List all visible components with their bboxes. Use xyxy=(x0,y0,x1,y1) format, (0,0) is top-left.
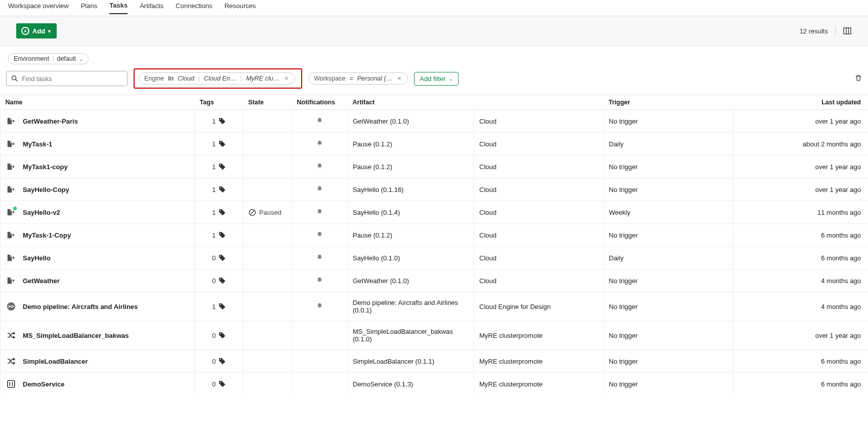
bell-icon xyxy=(316,209,323,216)
table-row[interactable]: MyTask-1 1 Pause (0.1.2) Cloud Daily abo… xyxy=(1,133,869,155)
updated-cell: 4 months ago xyxy=(733,292,869,321)
bell-icon xyxy=(316,231,323,239)
tab-tasks[interactable]: Tasks xyxy=(109,2,128,14)
search-box[interactable] xyxy=(6,71,128,86)
artifact-cell: MS_SimpleLoadBalancer_bakwas (0.1.0) xyxy=(348,321,474,350)
updated-cell: over 1 year ago xyxy=(733,155,869,178)
updated-cell: 11 months ago xyxy=(733,201,869,224)
table-row[interactable]: SimpleLoadBalancer 0 SimpleLoadBalancer … xyxy=(1,350,869,373)
table-row[interactable]: SayHello-Copy 1 SayHello (0.1.16) Cloud … xyxy=(1,178,869,201)
updated-cell: about 2 months ago xyxy=(733,133,869,155)
table-row[interactable]: GetWeather-Paris 1 GetWeather (0.1.0) Cl… xyxy=(1,110,869,133)
tags-cell: 1 xyxy=(200,209,238,216)
filter-val-2: Cloud En… xyxy=(204,75,236,82)
tags-cell: 1 xyxy=(200,140,238,148)
environment-label: Environment xyxy=(14,55,49,62)
clear-filters-icon[interactable] xyxy=(855,74,862,83)
tab-plans[interactable]: Plans xyxy=(81,2,98,14)
trigger-cell: No trigger xyxy=(604,321,733,350)
environment-selector[interactable]: Environment | default ⌄ xyxy=(8,53,89,64)
updated-cell: 6 months ago xyxy=(733,247,869,269)
columns-icon[interactable] xyxy=(843,26,852,35)
task-type-icon xyxy=(7,276,16,285)
col-updated[interactable]: Last updated xyxy=(733,95,869,110)
svg-point-9 xyxy=(220,210,221,211)
top-tabs: Workspace overviewPlansTasksArtifactsCon… xyxy=(0,0,868,16)
filter-val-3: MyRE clu… xyxy=(246,75,279,82)
tab-resources[interactable]: Resources xyxy=(224,2,256,14)
col-tags[interactable]: Tags xyxy=(195,95,243,110)
col-engine[interactable] xyxy=(474,95,604,110)
tags-cell: 0 xyxy=(200,332,238,339)
trigger-cell: No trigger xyxy=(604,178,733,201)
artifact-cell: SayHello (0.1.4) xyxy=(348,201,474,224)
task-type-icon xyxy=(7,185,16,194)
bell-icon xyxy=(316,303,323,310)
tags-cell: 0 xyxy=(200,254,238,262)
task-name: SayHello xyxy=(23,254,51,262)
table-row[interactable]: SayHello-v2 1 Paused SayHello (0.1.4) Cl… xyxy=(1,201,869,224)
filter-val-1: Cloud xyxy=(178,75,194,82)
updated-cell: over 1 year ago xyxy=(733,321,869,350)
updated-cell: over 1 year ago xyxy=(733,178,869,201)
bell-icon xyxy=(316,186,323,193)
col-state[interactable]: State xyxy=(243,95,292,110)
tab-connections[interactable]: Connections xyxy=(176,2,212,14)
filter-key: Workspace xyxy=(314,75,345,82)
svg-point-14 xyxy=(220,278,221,279)
add-button-label: Add xyxy=(32,27,45,35)
remove-filter-icon[interactable]: × xyxy=(283,75,290,82)
results-count: 12 results xyxy=(800,27,828,35)
task-name: SayHello-v2 xyxy=(23,209,60,216)
engine-cell: Cloud xyxy=(474,133,604,155)
updated-cell: over 1 year ago xyxy=(733,110,869,133)
task-name: SimpleLoadBalancer xyxy=(23,358,88,365)
artifact-cell: DemoService (0.1.3) xyxy=(348,373,474,396)
engine-filter-highlight: Engine In Cloud | Cloud En… | MyRE clu… … xyxy=(134,68,302,89)
remove-filter-icon[interactable]: × xyxy=(396,75,402,82)
task-type-icon xyxy=(7,331,16,340)
engine-cell: MyRE clusterpromote xyxy=(474,350,604,373)
search-icon xyxy=(11,74,19,83)
tags-cell: 1 xyxy=(200,118,238,125)
engine-cell: Cloud xyxy=(474,155,604,178)
table-row[interactable]: GetWeather 0 GetWeather (0.1.0) Cloud No… xyxy=(1,269,869,292)
table-row[interactable]: SayHello 0 SayHello (0.1.0) Cloud Daily … xyxy=(1,247,869,269)
artifact-cell: Pause (0.1.2) xyxy=(348,224,474,247)
col-artifact[interactable]: Artifact xyxy=(348,95,474,110)
tab-artifacts[interactable]: Artifacts xyxy=(140,2,163,14)
task-type-icon xyxy=(7,253,16,262)
artifact-cell: Pause (0.1.2) xyxy=(348,155,474,178)
artifact-cell: Pause (0.1.2) xyxy=(348,133,474,155)
artifact-cell: Demo pipeline: Aircrafts and Airlines (0… xyxy=(348,292,474,321)
svg-point-5 xyxy=(220,119,221,120)
svg-point-16 xyxy=(220,304,221,305)
task-name: MyTask1-copy xyxy=(23,163,68,171)
svg-point-12 xyxy=(220,232,221,234)
search-input[interactable] xyxy=(22,75,123,83)
svg-rect-19 xyxy=(8,380,15,387)
col-trigger[interactable]: Trigger xyxy=(604,95,733,110)
add-button[interactable]: + Add ▾ xyxy=(16,23,57,38)
task-type-icon xyxy=(7,230,16,240)
task-name: SayHello-Copy xyxy=(23,186,69,193)
table-row[interactable]: DemoService 0 DemoService (0.1.3) MyRE c… xyxy=(1,373,869,396)
artifact-cell: GetWeather (0.1.0) xyxy=(348,110,474,133)
svg-point-17 xyxy=(220,333,221,334)
add-filter-button[interactable]: Add filter ⌄ xyxy=(414,72,458,86)
workspace-filter-chip[interactable]: Workspace = Personal (… × xyxy=(308,72,408,85)
updated-cell: 6 months ago xyxy=(733,350,869,373)
table-row[interactable]: MS_SimpleLoadBalancer_bakwas 0 MS_Simple… xyxy=(1,321,869,350)
col-name[interactable]: Name xyxy=(1,95,195,110)
engine-cell: Cloud xyxy=(474,247,604,269)
svg-point-18 xyxy=(220,359,221,360)
tab-workspace-overview[interactable]: Workspace overview xyxy=(8,2,69,14)
table-row[interactable]: Demo pipeline: Aircrafts and Airlines 1 … xyxy=(1,292,869,321)
table-row[interactable]: MyTask1-copy 1 Pause (0.1.2) Cloud No tr… xyxy=(1,155,869,178)
task-type-icon xyxy=(7,357,16,366)
table-row[interactable]: MyTask-1-Copy 1 Pause (0.1.2) Cloud No t… xyxy=(1,224,869,247)
task-name: GetWeather-Paris xyxy=(23,118,78,125)
trigger-cell: Daily xyxy=(604,133,733,155)
engine-filter-chip[interactable]: Engine In Cloud | Cloud En… | MyRE clu… … xyxy=(139,72,295,85)
col-notifications[interactable]: Notifications xyxy=(292,95,348,110)
